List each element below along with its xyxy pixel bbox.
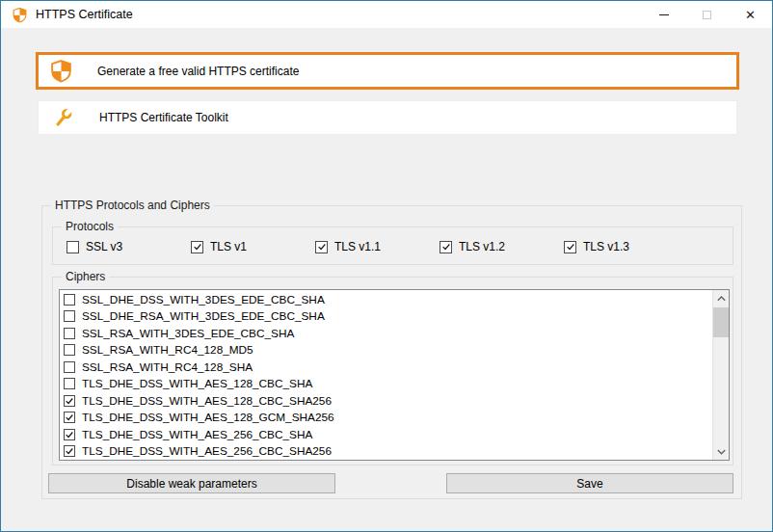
- checkbox-box: [64, 445, 75, 457]
- checkbox-box: [564, 241, 576, 253]
- protocols-group: Protocols SSL v3TLS v1TLS v1.1TLS v1.2TL…: [52, 226, 733, 265]
- scroll-up-button[interactable]: [713, 290, 729, 306]
- checkbox-box: [191, 241, 203, 253]
- title-bar: HTTPS Certificate ✕: [1, 1, 772, 28]
- save-button[interactable]: Save: [446, 473, 733, 493]
- cipher-checkbox-tls-dhe-dss-with-aes-128-gcm-sha256[interactable]: TLS_DHE_DSS_WITH_AES_128_GCM_SHA256: [60, 410, 712, 427]
- protocols-and-ciphers-group-label: HTTPS Protocols and Ciphers: [51, 199, 214, 212]
- protocol-checkbox-tls-v1-3[interactable]: TLS v1.3: [564, 240, 688, 253]
- ciphers-group-label: Ciphers: [62, 270, 109, 283]
- cipher-checkbox-ssl-rsa-with-rc4-128-sha[interactable]: SSL_RSA_WITH_RC4_128_SHA: [60, 359, 712, 376]
- checkbox-box: [64, 429, 75, 440]
- protocols-group-label: Protocols: [62, 220, 118, 233]
- protocol-checkbox-ssl-v3[interactable]: SSL v3: [67, 240, 191, 253]
- minimize-button[interactable]: [642, 1, 685, 28]
- cipher-checkbox-tls-dhe-dss-with-aes-256-cbc-sha256[interactable]: TLS_DHE_DSS_WITH_AES_256_CBC_SHA256: [60, 443, 712, 461]
- protocol-label: TLS v1: [210, 240, 247, 253]
- cipher-label: SSL_RSA_WITH_RC4_128_SHA: [82, 360, 253, 374]
- maximize-icon: [703, 11, 711, 19]
- certificate-toolkit-button[interactable]: HTTPS Certificate Toolkit: [38, 100, 737, 135]
- generate-certificate-button[interactable]: Generate a free valid HTTPS certificate: [36, 52, 739, 90]
- checkbox-box: [64, 310, 75, 322]
- close-button[interactable]: ✕: [729, 1, 772, 28]
- checkbox-box: [64, 344, 75, 356]
- cipher-label: TLS_DHE_DSS_WITH_AES_256_CBC_SHA256: [82, 444, 332, 458]
- shield-icon: [12, 7, 28, 23]
- minimize-icon: [659, 14, 669, 15]
- generate-certificate-label: Generate a free valid HTTPS certificate: [97, 65, 299, 78]
- cipher-label: TLS_DHE_DSS_WITH_AES_128_CBC_SHA: [82, 377, 312, 390]
- cipher-checkbox-ssl-dhe-rsa-with-3des-ede-cbc-sha[interactable]: SSL_DHE_RSA_WITH_3DES_EDE_CBC_SHA: [60, 308, 712, 326]
- ciphers-listbox: SSL_DHE_DSS_WITH_3DES_EDE_CBC_SHASSL_DHE…: [59, 289, 730, 461]
- wrench-icon: [51, 106, 75, 130]
- cipher-label: TLS_DHE_DSS_WITH_AES_128_CBC_SHA256: [82, 394, 332, 408]
- ciphers-scrollbar[interactable]: [712, 290, 729, 460]
- ciphers-group: Ciphers SSL_DHE_DSS_WITH_3DES_EDE_CBC_SH…: [52, 277, 733, 466]
- cipher-checkbox-ssl-dhe-dss-with-3des-ede-cbc-sha[interactable]: SSL_DHE_DSS_WITH_3DES_EDE_CBC_SHA: [60, 291, 712, 308]
- cipher-checkbox-ssl-rsa-with-rc4-128-md5[interactable]: SSL_RSA_WITH_RC4_128_MD5: [60, 342, 712, 359]
- scroll-down-button[interactable]: [713, 443, 729, 460]
- maximize-button[interactable]: [685, 1, 729, 28]
- cipher-label: SSL_RSA_WITH_3DES_EDE_CBC_SHA: [82, 327, 294, 340]
- cipher-label: SSL_DHE_DSS_WITH_3DES_EDE_CBC_SHA: [82, 293, 325, 306]
- close-icon: ✕: [745, 9, 756, 21]
- checkbox-box: [67, 241, 79, 253]
- chevron-up-icon: [717, 296, 726, 302]
- checkbox-box: [64, 294, 75, 306]
- cipher-label: SSL_DHE_RSA_WITH_3DES_EDE_CBC_SHA: [82, 309, 325, 323]
- window-title: HTTPS Certificate: [36, 8, 133, 21]
- ciphers-list: SSL_DHE_DSS_WITH_3DES_EDE_CBC_SHASSL_DHE…: [60, 290, 712, 460]
- shield-icon: [49, 59, 73, 83]
- protocol-label: TLS v1.2: [459, 240, 505, 253]
- protocol-checkbox-tls-v1[interactable]: TLS v1: [191, 240, 315, 253]
- chevron-down-icon: [717, 449, 726, 455]
- checkbox-box: [64, 328, 75, 339]
- scrollbar-track[interactable]: [713, 306, 729, 443]
- protocol-label: TLS v1.1: [334, 240, 381, 253]
- cipher-label: TLS_DHE_DSS_WITH_AES_256_CBC_SHA: [82, 428, 312, 441]
- checkbox-box: [64, 412, 75, 423]
- protocol-checkbox-tls-v1-2[interactable]: TLS v1.2: [440, 240, 564, 253]
- protocol-label: TLS v1.3: [583, 240, 629, 253]
- checkbox-box: [64, 395, 75, 407]
- cipher-label: TLS_DHE_DSS_WITH_AES_128_GCM_SHA256: [82, 411, 334, 424]
- certificate-toolkit-label: HTTPS Certificate Toolkit: [99, 111, 228, 124]
- protocols-checkbox-row: SSL v3TLS v1TLS v1.1TLS v1.2TLS v1.3: [67, 239, 688, 254]
- cipher-checkbox-tls-dhe-dss-with-aes-128-cbc-sha[interactable]: TLS_DHE_DSS_WITH_AES_128_CBC_SHA: [60, 376, 712, 393]
- cipher-checkbox-tls-dhe-dss-with-aes-256-cbc-sha[interactable]: TLS_DHE_DSS_WITH_AES_256_CBC_SHA: [60, 426, 712, 443]
- cipher-checkbox-ssl-rsa-with-3des-ede-cbc-sha[interactable]: SSL_RSA_WITH_3DES_EDE_CBC_SHA: [60, 325, 712, 342]
- checkbox-box: [64, 361, 75, 373]
- checkbox-box: [440, 241, 452, 253]
- app-window: HTTPS Certificate ✕ Generate a free vali…: [0, 0, 773, 532]
- scrollbar-thumb[interactable]: [713, 307, 729, 337]
- disable-weak-parameters-button[interactable]: Disable weak parameters: [48, 473, 335, 493]
- checkbox-box: [64, 378, 75, 389]
- cipher-label: SSL_RSA_WITH_RC4_128_MD5: [82, 343, 253, 357]
- protocol-checkbox-tls-v1-1[interactable]: TLS v1.1: [315, 240, 440, 253]
- checkbox-box: [315, 241, 328, 253]
- protocols-and-ciphers-group: HTTPS Protocols and Ciphers Protocols SS…: [41, 205, 742, 499]
- protocol-label: SSL v3: [86, 240, 122, 253]
- cipher-checkbox-tls-dhe-dss-with-aes-128-cbc-sha256[interactable]: TLS_DHE_DSS_WITH_AES_128_CBC_SHA256: [60, 392, 712, 410]
